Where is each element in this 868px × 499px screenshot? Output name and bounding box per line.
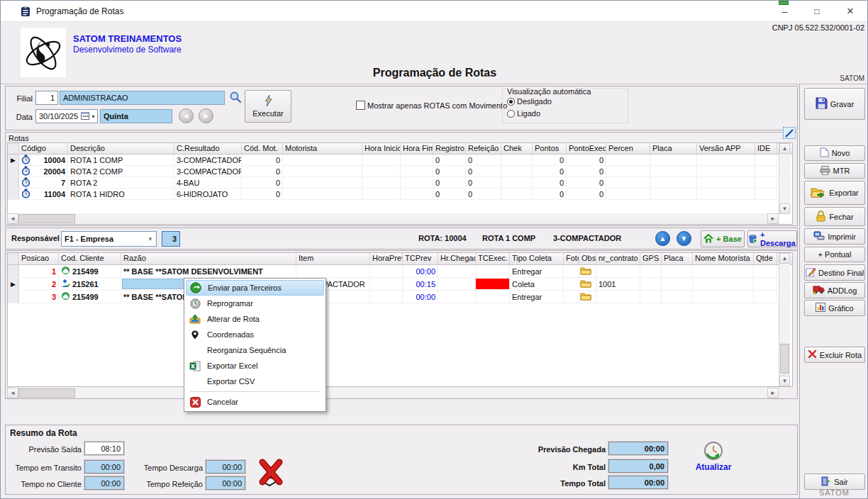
date-dropdown-icon[interactable]: ▼: [91, 114, 96, 119]
menu-item-reprogramar[interactable]: Reprogramar: [186, 296, 324, 311]
rota-row[interactable]: 11004 ROTA 1 HIDRO 6-HIDROJATO 0 0 0 0 0: [8, 189, 792, 200]
move-down-button[interactable]: ▼: [677, 231, 691, 246]
filial-name-field[interactable]: ADMINISTRACAO: [60, 91, 225, 105]
menu-item-reorganiza-sequencia[interactable]: Reorganiza Sequência: [186, 342, 324, 358]
col-pontoexec[interactable]: PontoExec: [567, 143, 606, 154]
add-descarga-button[interactable]: + Descarga: [747, 230, 797, 247]
col-chek[interactable]: Chek: [501, 143, 533, 154]
col-codigo[interactable]: Código: [19, 143, 68, 154]
menu-item-coordenadas[interactable]: Coordenadas: [186, 327, 324, 342]
col-tcexec[interactable]: TCExec.: [476, 253, 510, 264]
col-codmot[interactable]: Cód. Mot.: [242, 143, 283, 154]
filial-code-input[interactable]: 1: [35, 91, 58, 105]
add-base-button[interactable]: + Base: [701, 230, 745, 247]
rotas-vscrollbar[interactable]: ▲ ▼: [779, 143, 790, 214]
col-cresultado[interactable]: C.Resultado: [174, 143, 242, 154]
rota-row[interactable]: 20004 ROTA 2 COMP 3-COMPACTADOR 0 0 0 0 …: [8, 166, 792, 177]
col-foto[interactable]: Foto: [564, 253, 579, 264]
detail-row[interactable]: 1 215499 ** BASE **SATOM DESENVOLVIMENT …: [8, 265, 792, 278]
scroll-right-icon[interactable]: ►: [767, 388, 779, 398]
col-horainicio[interactable]: Hora Inicio: [362, 143, 401, 154]
radio-unselected-icon[interactable]: [507, 110, 515, 118]
pontual-button[interactable]: + Pontual: [804, 247, 865, 262]
next-day-button[interactable]: ►: [199, 108, 213, 123]
date-input[interactable]: 30/10/2025 ▼: [35, 109, 98, 123]
menu-item-exportar-excel[interactable]: Exportar Excel: [186, 358, 324, 374]
close-button[interactable]: ✕: [833, 1, 867, 21]
scroll-right-icon[interactable]: ►: [767, 213, 779, 224]
executar-button[interactable]: Executar: [245, 90, 291, 123]
prev-day-button[interactable]: ◄: [179, 108, 194, 123]
rota-row[interactable]: 7 ROTA 2 4-BAU 0 0 0 0 0: [8, 177, 792, 189]
move-up-button[interactable]: ▲: [655, 231, 670, 246]
menu-item-cancelar[interactable]: Cancelar: [186, 394, 324, 410]
search-filial-button[interactable]: [227, 90, 244, 106]
col-horaprev[interactable]: HoraPrev: [370, 253, 403, 264]
scroll-left-icon[interactable]: ◄: [7, 388, 18, 398]
gravar-button[interactable]: Gravar: [804, 88, 865, 120]
detail-hscrollbar[interactable]: ◄ ►: [7, 388, 779, 398]
mtr-button[interactable]: MTR: [804, 163, 865, 179]
col-nrcontrato[interactable]: nr_contrato: [596, 253, 640, 264]
col-ide[interactable]: IDE: [755, 143, 777, 154]
remove-x-icon[interactable]: [255, 458, 289, 492]
col-placa2[interactable]: Placa: [662, 253, 693, 264]
col-posicao[interactable]: Posicao: [19, 253, 59, 264]
col-codcliente[interactable]: Cod. Cliente: [59, 253, 121, 264]
detail-row[interactable]: ▶ 2 215261 MPACTADOR 00:15 Coleta 1001: [8, 278, 792, 291]
col-razao[interactable]: Razão: [121, 253, 296, 264]
col-refeicao[interactable]: Refeição: [466, 143, 501, 154]
grid-customize-icon[interactable]: [783, 127, 796, 139]
col-gps[interactable]: GPS: [640, 253, 662, 264]
col-motorista[interactable]: Motorista: [283, 143, 362, 154]
checkbox-icon[interactable]: [356, 101, 365, 110]
col-registro[interactable]: Registro: [433, 143, 466, 154]
destino-final-button[interactable]: Destino Final: [804, 264, 865, 281]
col-pontos[interactable]: Pontos: [533, 143, 567, 154]
col-item[interactable]: Item: [296, 253, 370, 264]
atualizar-button[interactable]: Atualizar: [692, 441, 735, 472]
folder-icon[interactable]: [580, 292, 591, 302]
sair-button[interactable]: Sair: [804, 473, 865, 490]
col-descricao[interactable]: Descrição: [68, 143, 174, 154]
grafico-button[interactable]: Gráfico: [804, 300, 865, 316]
rotas-grid[interactable]: Código Descrição C.Resultado Cód. Mot. M…: [7, 142, 793, 225]
col-nomemotorista[interactable]: Nome Motorista: [693, 253, 754, 264]
previsao-saida-field[interactable]: 08:10: [84, 442, 124, 455]
exportar-button[interactable]: Exportar: [804, 181, 865, 205]
col-placa[interactable]: Placa: [650, 143, 697, 154]
responsavel-select[interactable]: F1 - Empresa ▼: [61, 231, 157, 247]
scroll-up-icon[interactable]: ▲: [779, 253, 790, 264]
col-tipocoleta[interactable]: Tipo Coleta: [510, 253, 564, 264]
folder-icon[interactable]: [580, 279, 591, 289]
col-percen[interactable]: Percen: [606, 143, 650, 154]
detail-row[interactable]: 3 215499 ** BASE **SATOM DESENVOLVIMENT …: [8, 291, 792, 303]
scroll-up-icon[interactable]: ▲: [779, 143, 790, 154]
detail-grid[interactable]: Posicao Cod. Cliente Razão Item HoraPrev…: [7, 252, 793, 387]
excluir-rota-button[interactable]: Excluir Rota: [804, 347, 865, 363]
menu-item-alterar-rota[interactable]: Alterar de Rota: [186, 311, 324, 327]
movimento-checkbox-row[interactable]: Mostrar apenas ROTAS com Movimento: [356, 101, 507, 110]
calendar-icon[interactable]: [81, 111, 89, 121]
detail-vscrollbar[interactable]: ▲ ▼: [779, 253, 790, 386]
col-horafim[interactable]: Hora Fim: [401, 143, 433, 154]
scroll-down-icon[interactable]: ▼: [779, 376, 790, 386]
folder-icon[interactable]: [580, 267, 591, 276]
imprimir-button[interactable]: Imprimir: [804, 228, 865, 245]
col-tcprev[interactable]: TCPrev: [403, 253, 438, 264]
minimize-button[interactable]: –: [769, 1, 801, 21]
col-qtde[interactable]: Qtde: [754, 253, 777, 264]
menu-item-enviar-terceiros[interactable]: Enviar para Terceiros: [186, 280, 324, 296]
fechar-button[interactable]: Fechar: [804, 207, 865, 226]
radio-ligado[interactable]: Ligado: [507, 109, 540, 118]
scroll-left-icon[interactable]: ◄: [7, 213, 18, 224]
col-hrchegad[interactable]: Hr.Chegad: [438, 253, 476, 264]
radio-selected-icon[interactable]: [507, 98, 515, 106]
rota-row[interactable]: ▶ 10004 ROTA 1 COMP 3-COMPACTADOR 0 0 0 …: [8, 155, 792, 166]
col-versaoapp[interactable]: Versão APP: [697, 143, 755, 154]
menu-item-exportar-csv[interactable]: Exportar CSV: [186, 374, 324, 389]
novo-button[interactable]: Novo: [804, 145, 865, 161]
rotas-hscrollbar[interactable]: ◄ ►: [7, 213, 779, 224]
radio-desligado[interactable]: Desligado: [507, 97, 552, 106]
col-obs[interactable]: Obs: [579, 253, 596, 264]
